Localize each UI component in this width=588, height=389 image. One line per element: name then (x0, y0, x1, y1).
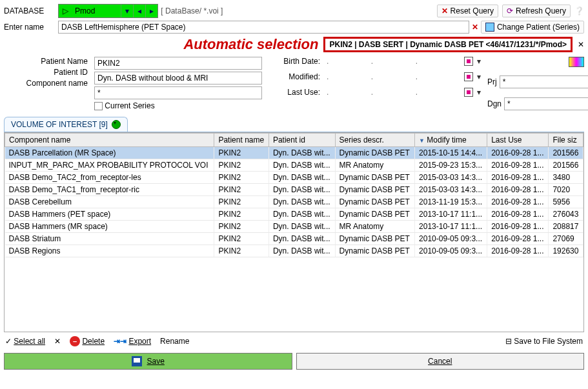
col-modify[interactable]: ▼ Modify time (415, 134, 487, 147)
enter-name-input[interactable] (58, 21, 469, 34)
birth-date-picker-icon[interactable] (464, 57, 473, 66)
save-label: Save (147, 357, 165, 366)
lastuse-picker-icon[interactable] (464, 88, 473, 97)
change-patient-label: Change Patient (Series) (497, 23, 580, 32)
close-series-icon[interactable]: ✕ (578, 40, 584, 49)
database-label: DATABASE (4, 6, 56, 15)
col-lastuse[interactable]: Last Use (487, 134, 549, 147)
refresh-query-label: Refresh Query (516, 6, 566, 15)
birth-date-dropdown-icon[interactable]: ▾ (477, 57, 481, 66)
cancel-label: Cancel (428, 357, 452, 366)
lastuse-dropdown-icon[interactable]: ▾ (477, 88, 481, 97)
patient-id-label: Patient ID (54, 68, 88, 77)
rename-button[interactable]: Rename (160, 337, 189, 346)
voi-table: Component name Patient name Patient id S… (5, 133, 583, 257)
table-row[interactable]: DASB CerebellumPKIN2Dyn. DASB wit...Dyna… (5, 196, 583, 208)
voi-table-container[interactable]: Component name Patient name Patient id S… (4, 132, 584, 332)
export-button[interactable]: ⇥⇥ Export (114, 337, 151, 346)
refresh-icon: ⟳ (507, 6, 513, 15)
tab-menu-icon[interactable] (112, 120, 121, 129)
selected-series-text: PKIN2 | DASB SERT | Dynamic DASB PET <46… (329, 40, 567, 49)
dgn-input[interactable] (504, 97, 588, 110)
db-next-icon[interactable]: ▸ (146, 6, 157, 15)
x-icon: ✕ (441, 6, 448, 15)
reset-query-button[interactable]: ✕ Reset Query (437, 5, 498, 17)
save-button[interactable]: Save (4, 353, 292, 370)
prj-input[interactable] (500, 75, 588, 88)
col-patient-id[interactable]: Patient id (269, 134, 335, 147)
modified-picker-icon[interactable] (464, 72, 473, 81)
dgn-label: Dgn (487, 99, 502, 108)
last-use-label: Last Use: (287, 88, 320, 97)
disk-stack-icon: ⊟ (505, 337, 512, 346)
clear-name-icon[interactable]: ✕ (472, 23, 478, 32)
col-patient-name[interactable]: Patient name (214, 134, 269, 147)
table-row[interactable]: DASB Demo_TAC2_from_receptor-lesPKIN2Dyn… (5, 172, 583, 184)
help-icon[interactable]: ❔ (574, 6, 584, 15)
modified-label: Modified: (289, 72, 320, 81)
birth-date-label: Birth Date: (283, 57, 320, 66)
prj-label: Prj (487, 77, 497, 86)
table-row[interactable]: DASB RegionsPKIN2Dyn. DASB wit...Dynamic… (5, 245, 583, 257)
reset-query-label: Reset Query (451, 6, 494, 15)
change-patient-button[interactable]: Change Patient (Series) (481, 21, 584, 34)
color-legend-icon[interactable] (569, 57, 584, 67)
sort-desc-icon: ▼ (419, 137, 425, 144)
col-series[interactable]: Series descr. (335, 134, 414, 147)
col-filesize[interactable]: File siz (549, 134, 583, 147)
database-selector[interactable]: ▷ Pmod ▾ ◂ ▸ (58, 4, 158, 18)
current-series-checkbox[interactable]: Current Series (94, 101, 262, 110)
select-all-button[interactable]: ✓ Select all (5, 337, 45, 346)
annotation-text: Automatic selection (183, 36, 318, 53)
path-hint: [ DataBase/ *.voi ] (161, 6, 223, 15)
delete-icon: – (70, 336, 80, 346)
refresh-query-button[interactable]: ⟳ Refresh Query (502, 5, 571, 17)
table-row[interactable]: DASB Parcellation (MR Space)PKIN2Dyn. DA… (5, 147, 583, 159)
export-icon: ⇥⇥ (114, 337, 127, 346)
patient-id-input[interactable] (94, 72, 262, 85)
table-row[interactable]: DASB StriatumPKIN2Dyn. DASB wit...Dynami… (5, 233, 583, 245)
cancel-button[interactable]: Cancel (296, 353, 585, 370)
patient-icon (485, 23, 494, 32)
table-row[interactable]: DASB Hammers (PET space)PKIN2Dyn. DASB w… (5, 208, 583, 221)
component-name-label: Component name (26, 79, 88, 88)
play-icon: ▷ (59, 6, 72, 15)
selected-series-box: PKIN2 | DASB SERT | Dynamic DASB PET <46… (323, 37, 573, 52)
patient-name-input[interactable] (94, 57, 262, 70)
table-row[interactable]: DASB Demo_TAC1_from_receptor-ricPKIN2Dyn… (5, 184, 583, 196)
deselect-icon[interactable]: ✕ (54, 337, 61, 346)
db-dropdown-icon[interactable]: ▾ (121, 6, 133, 15)
modified-dropdown-icon[interactable]: ▾ (477, 72, 481, 81)
enter-name-label: Enter name (4, 23, 56, 32)
delete-button[interactable]: – Delete (70, 336, 105, 346)
save-to-fs-button[interactable]: ⊟ Save to File System (505, 337, 583, 346)
db-prev-icon[interactable]: ◂ (134, 6, 145, 15)
database-selected: Pmod (72, 6, 121, 15)
save-icon (132, 356, 142, 366)
col-component[interactable]: Component name (5, 134, 214, 147)
tab-label: VOLUME OF INTEREST [9] (11, 120, 108, 129)
patient-name-label: Patient Name (41, 57, 88, 66)
table-row[interactable]: DASB Hammers (MR space)PKIN2Dyn. DASB wi… (5, 221, 583, 233)
table-row[interactable]: INPUT_MR_PARC_MAX PROBABILITY PROTOCOL V… (5, 159, 583, 172)
tab-volume-of-interest[interactable]: VOLUME OF INTEREST [9] (4, 117, 128, 132)
component-name-input[interactable] (94, 86, 262, 99)
